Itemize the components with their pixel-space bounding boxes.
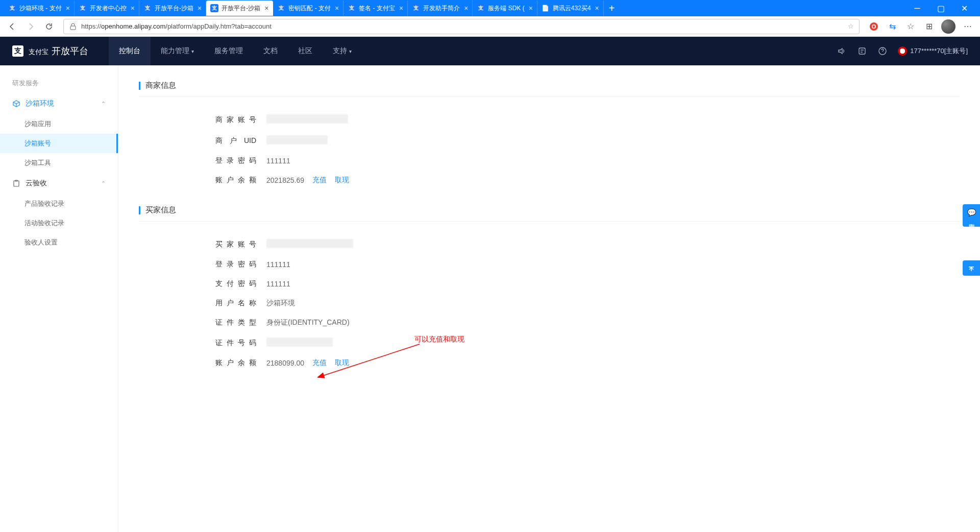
url-text: https://openhome.alipay.com/platform/app… xyxy=(81,22,848,30)
merchant-uid-label: 商户UID xyxy=(215,136,256,146)
buyer-balance-value: 2188099.00 xyxy=(266,359,304,367)
sidebar-item-sandbox-app[interactable]: 沙箱应用 xyxy=(0,114,118,134)
close-icon[interactable]: × xyxy=(529,4,533,12)
back-button[interactable] xyxy=(4,18,20,35)
nav-docs[interactable]: 文档 xyxy=(253,37,288,65)
browser-tab[interactable]: 支开放平台-沙箱× xyxy=(139,1,206,16)
buyer-idno-value xyxy=(266,337,333,348)
buyer-paypwd-value: 111111 xyxy=(266,280,290,288)
sync-icon[interactable]: ⇆ xyxy=(884,18,900,35)
flag-icon xyxy=(898,46,907,56)
main-content: 商家信息 商家账号 商户UID 登录密码111111 账户余额 2021825.… xyxy=(118,65,980,532)
browser-tab[interactable]: 支服务端 SDK (× xyxy=(473,1,537,16)
chevron-up-icon: ⌃ xyxy=(101,180,106,187)
sidebar-item-activity-record[interactable]: 活动验收记录 xyxy=(0,213,118,233)
adblock-icon[interactable]: O xyxy=(866,18,882,35)
browser-tab[interactable]: 支开发助手简介× xyxy=(408,1,473,16)
nav-support[interactable]: 支持▾ xyxy=(323,37,362,65)
browser-tab[interactable]: 支沙箱环境 - 支付× xyxy=(4,1,75,16)
clipboard-icon xyxy=(12,180,20,187)
merchant-pwd-label: 登录密码 xyxy=(215,156,256,165)
chevron-down-icon: ▾ xyxy=(191,49,194,54)
notice-icon[interactable] xyxy=(857,46,867,56)
nav-console[interactable]: 控制台 xyxy=(109,37,151,65)
sidebar-item-cloud-accept[interactable]: 云验收 ⌃ xyxy=(0,173,118,194)
nav-community[interactable]: 社区 xyxy=(288,37,323,65)
page-header: 支 支付宝开放平台 控制台 能力管理▾ 服务管理 文档 社区 支持▾ 177**… xyxy=(0,37,980,65)
profile-avatar[interactable] xyxy=(941,19,955,34)
sidebar-item-sandbox[interactable]: 沙箱环境 ⌃ xyxy=(0,93,118,114)
merchant-account-label: 商家账号 xyxy=(215,115,256,125)
merchant-uid-value xyxy=(266,135,328,146)
forward-button[interactable] xyxy=(22,18,39,35)
new-tab-button[interactable]: + xyxy=(604,3,620,14)
sidebar-item-sandbox-tools[interactable]: 沙箱工具 xyxy=(0,153,118,173)
address-bar[interactable]: https://openhome.alipay.com/platform/app… xyxy=(63,19,860,34)
consult-button[interactable]: 💬 立即咨询 xyxy=(963,204,980,227)
browser-tab[interactable]: 支开发者中心控× xyxy=(75,1,139,16)
collections-icon[interactable]: ⊞ xyxy=(921,18,937,35)
chat-icon: 💬 xyxy=(967,208,976,216)
buyer-withdraw-link[interactable]: 取现 xyxy=(335,358,349,368)
buyer-balance-label: 账户余额 xyxy=(215,358,256,368)
nav-service[interactable]: 服务管理 xyxy=(204,37,253,65)
sidebar-group-label: 研发服务 xyxy=(0,74,118,93)
logo[interactable]: 支 支付宝开放平台 xyxy=(12,45,88,57)
browser-tab[interactable]: 支签名 - 支付宝× xyxy=(344,1,408,16)
close-icon[interactable]: × xyxy=(264,4,268,12)
close-icon[interactable]: × xyxy=(464,4,468,12)
buyer-recharge-link[interactable]: 充值 xyxy=(312,358,327,368)
reading-mode-icon[interactable]: ☆ xyxy=(848,22,854,30)
sidebar-item-sandbox-account[interactable]: 沙箱账号 xyxy=(0,134,118,153)
lock-icon xyxy=(69,22,77,31)
chevron-down-icon: ▾ xyxy=(349,49,352,54)
browser-tab-strip: 支沙箱环境 - 支付× 支开发者中心控× 支开放平台-沙箱× 支开放平台-沙箱×… xyxy=(0,0,980,16)
maximize-button[interactable]: ▢ xyxy=(929,0,952,16)
buyer-name-value: 沙箱环境 xyxy=(266,299,295,308)
close-icon[interactable]: × xyxy=(399,4,403,12)
browser-tab-active[interactable]: 支开放平台-沙箱× xyxy=(206,1,273,16)
section-buyer-title: 买家信息 xyxy=(139,205,960,222)
buyer-idtype-label: 证件类型 xyxy=(215,318,256,327)
buyer-idno-label: 证件号码 xyxy=(215,338,256,348)
merchant-recharge-link[interactable]: 充值 xyxy=(312,176,327,185)
merchant-withdraw-link[interactable]: 取现 xyxy=(335,176,349,185)
favorites-icon[interactable]: ☆ xyxy=(902,18,919,35)
svg-rect-0 xyxy=(70,26,76,30)
close-icon[interactable]: × xyxy=(595,4,599,12)
nav-ability[interactable]: 能力管理▾ xyxy=(151,37,204,65)
buyer-account-value xyxy=(266,239,353,250)
merchant-balance-label: 账户余额 xyxy=(215,176,256,185)
svg-text:O: O xyxy=(872,23,876,30)
close-icon[interactable]: × xyxy=(198,4,202,12)
sidebar-item-acceptor-setting[interactable]: 验收人设置 xyxy=(0,233,118,252)
buyer-paypwd-label: 支付密码 xyxy=(215,279,256,288)
buyer-idtype-value: 身份证(IDENTITY_CARD) xyxy=(266,318,350,327)
sound-icon[interactable] xyxy=(837,46,847,56)
close-window-button[interactable]: ✕ xyxy=(952,0,976,16)
close-icon[interactable]: × xyxy=(335,4,339,12)
minimize-button[interactable]: ─ xyxy=(905,0,929,16)
user-account[interactable]: 177******70[主账号] xyxy=(898,46,968,56)
browser-tab[interactable]: 支密钥匹配 - 支付× xyxy=(273,1,344,16)
buyer-account-label: 买家账号 xyxy=(215,240,256,249)
cube-icon xyxy=(12,100,20,107)
close-icon[interactable]: × xyxy=(66,4,70,12)
close-icon[interactable]: × xyxy=(131,4,135,12)
buyer-pwd-value: 111111 xyxy=(266,260,290,269)
sidebar-item-product-record[interactable]: 产品验收记录 xyxy=(0,194,118,213)
browser-toolbar: https://openhome.alipay.com/platform/app… xyxy=(0,16,980,37)
scroll-top-button[interactable] xyxy=(963,260,980,276)
svg-rect-5 xyxy=(14,181,19,186)
merchant-balance-value: 2021825.69 xyxy=(266,176,304,184)
buyer-name-label: 用户名称 xyxy=(215,299,256,308)
section-merchant-title: 商家信息 xyxy=(139,81,960,97)
help-icon[interactable] xyxy=(877,46,888,56)
sidebar: 研发服务 沙箱环境 ⌃ 沙箱应用 沙箱账号 沙箱工具 云验收 ⌃ 产品验收记录 … xyxy=(0,65,118,532)
merchant-pwd-value: 111111 xyxy=(266,157,290,165)
browser-tab[interactable]: 📄腾讯云432买4× xyxy=(537,1,604,16)
logo-badge-icon: 支 xyxy=(12,45,23,57)
refresh-button[interactable] xyxy=(41,18,57,35)
menu-icon[interactable]: ⋯ xyxy=(960,18,976,35)
chevron-up-icon: ⌃ xyxy=(101,101,106,107)
